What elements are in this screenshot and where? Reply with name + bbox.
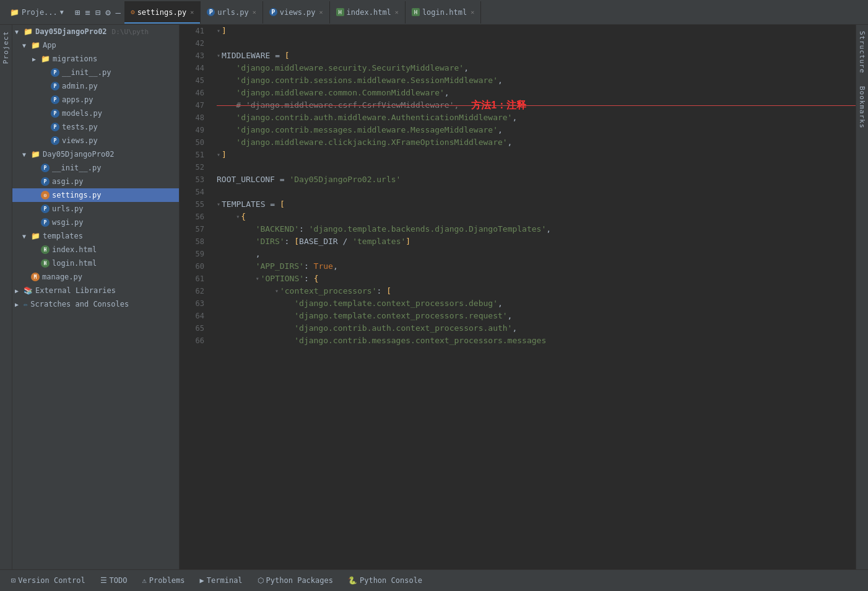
close-icon[interactable]: ✕ (190, 9, 194, 15)
fold-icon[interactable]: ▾ (217, 198, 220, 211)
expand-arrow: ▶ (15, 287, 21, 294)
tree-login-html[interactable]: H login.html (12, 256, 179, 270)
tree-external-libs[interactable]: ▶ 📚 External Libraries (12, 284, 179, 297)
version-control-label: Version Control (18, 576, 85, 585)
tab-views[interactable]: P views.py ✕ (263, 1, 330, 24)
terminal-tab[interactable]: ▶ Terminal (194, 574, 249, 587)
py-file-icon: P (41, 177, 50, 186)
python-console-label: Python Console (360, 576, 422, 585)
code-line-57: 'BACKEND': 'django.template.backends.dja… (217, 223, 856, 235)
code-line-65: 'django.contrib.auth.context_processors.… (217, 322, 856, 335)
tree-root[interactable]: ▼ 📁 Day05DjangoPro02 D:\U\pyth (12, 25, 179, 38)
tree-asgi[interactable]: P asgi.py (12, 175, 179, 188)
tab-login-label: login.html (422, 8, 467, 17)
todo-icon: ☰ (100, 576, 107, 585)
code-line-61: ▾'OPTIONS': { (217, 273, 856, 285)
expand-arrow: ▶ (15, 301, 21, 308)
version-control-tab[interactable]: ⊡ Version Control (5, 574, 92, 587)
fold-icon[interactable]: ▾ (217, 25, 220, 37)
urls-label: urls.py (52, 204, 84, 213)
fold-icon[interactable]: ▾ (217, 149, 220, 161)
tree-admin[interactable]: P admin.py (12, 79, 179, 93)
manage-file-icon: M (31, 273, 40, 281)
title-bar: 📁 Proje... ▼ ⊞ ≡ ⊟ ⚙ — ⚙ settings.py ✕ P… (0, 0, 868, 25)
terminal-icon: ▶ (200, 576, 204, 585)
close-icon[interactable]: ✕ (319, 9, 323, 15)
html-file-icon: H (41, 259, 50, 268)
tree-apps[interactable]: P apps.py (12, 93, 179, 107)
code-line-41: ▾] (217, 25, 856, 37)
apps-label: apps.py (62, 95, 93, 104)
tree-views-app[interactable]: P views.py (12, 134, 179, 147)
tree-scratches[interactable]: ▶ ✏ Scratches and Consoles (12, 297, 179, 311)
tree-settings-selected[interactable]: ⚙ settings.py (12, 188, 179, 202)
list-icon[interactable]: ≡ (85, 7, 90, 17)
tree-app-folder[interactable]: ▼ 📁 App (12, 38, 179, 52)
close-icon[interactable]: ✕ (395, 9, 399, 15)
py-file-icon: P (51, 136, 59, 145)
tree-index-html[interactable]: H index.html (12, 243, 179, 256)
fold-icon[interactable]: ▾ (236, 211, 240, 223)
tree-tests[interactable]: P tests.py (12, 120, 179, 134)
code-lines: ▾] ▾MIDDLEWARE = [ 'django.middleware.se… (210, 25, 856, 569)
tree-day05-folder[interactable]: ▼ 📁 Day05DjangoPro02 (12, 147, 179, 161)
tree-wsgi[interactable]: P wsgi.py (12, 216, 179, 229)
root-label: Day05DjangoPro02 (35, 27, 107, 36)
py-file-icon: P (51, 82, 59, 90)
code-line-54 (217, 186, 856, 198)
close-icon[interactable]: ✕ (253, 9, 256, 15)
py-file-icon: P (41, 204, 50, 213)
close-icon[interactable]: ✕ (471, 9, 474, 15)
tree-migrations[interactable]: ▶ 📁 migrations (12, 52, 179, 66)
python-console-icon: 🐍 (348, 576, 357, 585)
code-editor[interactable]: 41 42 43 44 45 46 47 48 49 50 51 52 53 5… (180, 25, 856, 569)
todo-tab[interactable]: ☰ TODO (94, 574, 134, 587)
tree-models[interactable]: P models.py (12, 107, 179, 120)
code-line-59: , (217, 248, 856, 260)
code-line-53: ROOT_URLCONF = 'Day05DjangoPro02.urls' (217, 173, 856, 186)
tree-init-day05[interactable]: P __init__.py (12, 161, 179, 175)
filter-icon[interactable]: ⊟ (95, 7, 100, 17)
code-line-48: 'django.contrib.auth.middleware.Authenti… (217, 112, 856, 124)
init-app-label: __init__.py (62, 68, 111, 77)
tab-login[interactable]: H login.html ✕ (406, 1, 481, 24)
main-area: Project ▼ 📁 Day05DjangoPro02 D:\U\pyth ▼… (0, 25, 868, 569)
code-line-58: 'DIRS': [BASE_DIR / 'templates'] (217, 235, 856, 248)
py-file-icon: ⚙ (41, 191, 50, 199)
py-file-icon: P (41, 164, 50, 172)
tree-templates-folder[interactable]: ▼ 📁 templates (12, 229, 179, 243)
tab-index-label: index.html (347, 8, 391, 17)
tree-manage[interactable]: M manage.py (12, 270, 179, 284)
problems-tab[interactable]: ⚠ Problems (136, 574, 191, 587)
fold-icon[interactable]: ▾ (256, 273, 259, 285)
code-line-63: 'django.template.context_processors.debu… (217, 297, 856, 310)
day05-folder-label: Day05DjangoPro02 (43, 150, 115, 159)
structure-tab[interactable]: Structure (857, 25, 867, 80)
code-line-62: ▾'context_processors': [ (217, 285, 856, 297)
tab-settings[interactable]: ⚙ settings.py ✕ (124, 1, 201, 24)
bookmarks-tab[interactable]: Bookmarks (857, 80, 867, 135)
tab-urls[interactable]: P urls.py ✕ (201, 1, 263, 24)
settings-file-icon: ⚙ (131, 8, 135, 16)
settings-icon[interactable]: ⚙ (105, 7, 110, 17)
project-label: Proje... (22, 8, 58, 17)
fold-icon[interactable]: ▾ (275, 285, 279, 297)
file-tree[interactable]: ▼ 📁 Day05DjangoPro02 D:\U\pyth ▼ 📁 App ▶… (12, 25, 180, 569)
python-packages-tab[interactable]: ⬡ Python Packages (251, 574, 339, 587)
minimize-icon[interactable]: — (116, 7, 121, 17)
nav-icon[interactable]: ⊞ (75, 7, 80, 17)
tree-init-app[interactable]: P __init__.py (12, 66, 179, 79)
folder-icon: 📁 (31, 150, 40, 159)
project-sidebar-tab[interactable]: Project (0, 25, 12, 569)
project-button[interactable]: 📁 Proje... ▼ (5, 7, 69, 18)
python-console-tab[interactable]: 🐍 Python Console (342, 574, 428, 587)
python-packages-icon: ⬡ (258, 576, 264, 585)
tree-urls[interactable]: P urls.py (12, 202, 179, 216)
code-line-43: ▾MIDDLEWARE = [ (217, 50, 856, 62)
fold-icon[interactable]: ▾ (217, 50, 220, 62)
code-line-44: 'django.middleware.security.SecurityMidd… (217, 62, 856, 74)
py-file-icon: P (51, 68, 59, 77)
py-file-icon: P (51, 95, 59, 104)
tab-index[interactable]: H index.html ✕ (330, 1, 406, 24)
tab-urls-label: urls.py (217, 8, 249, 17)
